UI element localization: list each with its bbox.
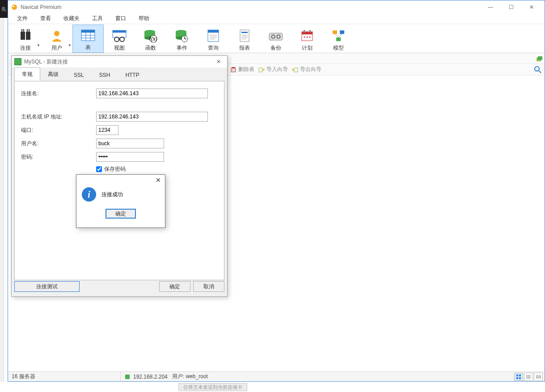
input-password[interactable] <box>96 152 164 162</box>
dialog-close-button[interactable]: ✕ <box>213 56 224 67</box>
svg-rect-6 <box>27 29 28 33</box>
input-port[interactable] <box>96 125 118 135</box>
title-bar: Navicat Premium — ☐ ✕ <box>8 0 545 13</box>
view-list-button[interactable] <box>524 373 533 381</box>
input-host[interactable] <box>96 112 208 122</box>
svg-rect-36 <box>240 30 249 42</box>
tool-model[interactable]: 模型 <box>323 25 354 53</box>
delete-icon <box>230 66 237 73</box>
tool-view-label: 视图 <box>114 44 125 52</box>
tool-event[interactable]: 事件 <box>166 25 198 53</box>
svg-rect-4 <box>21 29 22 33</box>
search-icon[interactable] <box>534 66 542 74</box>
tool-query-label: 查询 <box>208 44 219 52</box>
menu-help[interactable]: 帮助 <box>132 13 156 24</box>
svg-point-1 <box>13 5 14 7</box>
tool-user[interactable]: 用户 <box>41 25 72 53</box>
export-icon <box>292 66 299 73</box>
tool-function[interactable]: f(x) 函数 <box>135 25 166 53</box>
dialog-title-bar[interactable]: MySQL - 新建连接 ✕ <box>12 56 227 67</box>
svg-rect-7 <box>29 29 30 33</box>
input-user[interactable] <box>96 139 164 148</box>
menu-view[interactable]: 查看 <box>34 13 57 24</box>
svg-rect-32 <box>208 30 219 33</box>
test-connection-button[interactable]: 连接测试 <box>14 281 80 292</box>
mysql-icon <box>14 58 21 65</box>
svg-rect-2 <box>21 32 25 40</box>
tool-connect[interactable]: 连接 <box>10 25 41 53</box>
bg-left-gutter <box>0 18 4 382</box>
report-icon <box>237 28 252 43</box>
tab-general[interactable]: 常规 <box>14 67 40 81</box>
message-close-button[interactable]: ✕ <box>153 176 163 185</box>
svg-rect-62 <box>259 68 262 72</box>
view-detail-button[interactable] <box>534 373 543 381</box>
tab-advanced[interactable]: 高级 <box>40 67 66 81</box>
maximize-button[interactable]: ☐ <box>501 1 521 13</box>
background-hint-text: 仅将文本发送到当前选项卡 <box>178 383 247 391</box>
svg-point-64 <box>535 67 539 71</box>
svg-point-44 <box>272 36 274 38</box>
ok-button[interactable]: 确定 <box>159 281 190 292</box>
message-ok-button[interactable]: 确定 <box>106 209 136 219</box>
backup-icon <box>268 28 283 43</box>
action-delete-table[interactable]: 删除表 <box>230 66 254 73</box>
minimize-button[interactable]: — <box>480 1 501 13</box>
tool-user-label: 用户 <box>51 44 62 52</box>
svg-rect-47 <box>302 32 313 34</box>
tool-query[interactable]: 查询 <box>198 25 229 53</box>
view-grid-button[interactable] <box>514 373 523 381</box>
tool-schedule[interactable]: 计划 <box>292 25 323 53</box>
svg-rect-63 <box>294 68 298 72</box>
layers-icon[interactable] <box>534 53 545 64</box>
tool-report-label: 报表 <box>239 44 250 52</box>
svg-rect-55 <box>336 38 341 41</box>
action-export-wizard[interactable]: 导出向导 <box>292 66 321 73</box>
chevron-down-icon[interactable]: ▼ <box>68 43 72 47</box>
menu-bar: 文件 查看 收藏夹 工具 窗口 帮助 <box>8 13 545 24</box>
svg-rect-16 <box>113 30 126 33</box>
checkbox-save-password[interactable] <box>96 166 102 172</box>
menu-favorites[interactable]: 收藏夹 <box>57 13 86 24</box>
menu-file[interactable]: 文件 <box>11 13 34 24</box>
model-icon <box>331 28 346 43</box>
svg-rect-48 <box>304 30 305 33</box>
label-port: 端口: <box>21 126 96 134</box>
svg-point-50 <box>304 37 305 38</box>
svg-rect-5 <box>23 29 24 33</box>
tool-schedule-label: 计划 <box>302 44 313 52</box>
cancel-button[interactable]: 取消 <box>193 281 224 292</box>
tab-ssh[interactable]: SSH <box>92 69 118 81</box>
svg-rect-70 <box>519 377 521 379</box>
tool-table[interactable]: 表 <box>72 25 104 53</box>
menu-tools[interactable]: 工具 <box>86 13 109 24</box>
svg-rect-59 <box>538 56 542 60</box>
user-icon <box>49 28 64 43</box>
svg-rect-54 <box>340 30 344 34</box>
svg-rect-10 <box>81 30 95 33</box>
tab-ssl[interactable]: SSL <box>66 69 92 81</box>
svg-rect-53 <box>333 30 337 34</box>
svg-point-8 <box>54 31 59 36</box>
svg-rect-3 <box>26 32 30 40</box>
tool-connect-label: 连接 <box>20 44 31 52</box>
svg-rect-60 <box>231 68 236 72</box>
tool-report[interactable]: 报表 <box>229 25 260 53</box>
input-connection-name[interactable] <box>96 89 208 98</box>
svg-point-45 <box>278 36 279 38</box>
svg-point-51 <box>307 37 308 38</box>
close-button[interactable]: ✕ <box>521 1 542 13</box>
tool-backup[interactable]: 备份 <box>260 25 292 53</box>
message-box: ✕ i 连接成功 确定 <box>76 174 165 228</box>
svg-rect-37 <box>241 32 248 33</box>
calendar-icon <box>300 28 315 43</box>
table-icon <box>80 28 96 43</box>
svg-line-56 <box>335 34 338 38</box>
tool-view[interactable]: 视图 <box>104 25 135 53</box>
bg-tab-char: 先 <box>0 0 8 18</box>
tab-http[interactable]: HTTP <box>118 69 147 81</box>
menu-window[interactable]: 窗口 <box>109 13 132 24</box>
action-import-wizard[interactable]: 导入向导 <box>258 66 288 73</box>
app-icon <box>11 4 18 11</box>
chevron-down-icon[interactable]: ▼ <box>37 43 40 47</box>
